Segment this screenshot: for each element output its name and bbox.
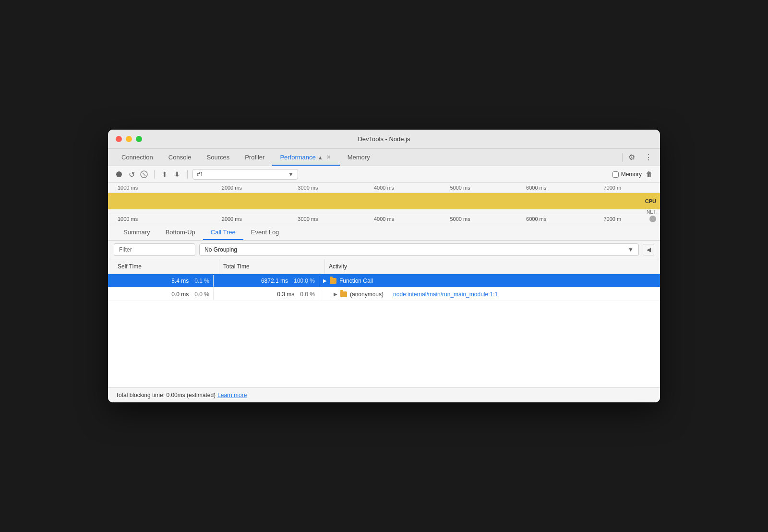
activity-content-2: ▶ (anonymous) node:internal/main/run_mai… bbox=[323, 291, 498, 298]
tab-profiler[interactable]: Profiler bbox=[237, 149, 272, 166]
tick-bot-6000: 6000 ms bbox=[498, 216, 575, 222]
grouping-arrow-icon: ▼ bbox=[628, 246, 634, 253]
tab-summary[interactable]: Summary bbox=[116, 224, 158, 240]
upload-button[interactable]: ⬆ bbox=[159, 169, 170, 180]
filter-bar: No Grouping ▼ ◀ bbox=[108, 241, 660, 259]
tick-1000: 1000 ms bbox=[118, 185, 194, 191]
tick-5000: 5000 ms bbox=[422, 185, 498, 191]
tab-console[interactable]: Console bbox=[161, 149, 199, 166]
timeline-ticks-top: 1000 ms 2000 ms 3000 ms 4000 ms 5000 ms … bbox=[108, 185, 660, 191]
cell-self-time-1: 8.4 ms 0.1 % bbox=[108, 275, 214, 287]
tick-bot-4000: 4000 ms bbox=[346, 216, 422, 222]
activity-name-1: Function Call bbox=[339, 278, 373, 284]
folder-icon-2 bbox=[340, 291, 347, 297]
record-button[interactable] bbox=[114, 169, 124, 180]
net-label: NET bbox=[647, 209, 656, 214]
status-bar: Total blocking time: 0.00ms (estimated) … bbox=[108, 387, 660, 402]
toolbar: ↺ ⬆ ⬇ #1 ▼ Memory 🗑 bbox=[108, 166, 660, 183]
collapse-icon: ◀ bbox=[647, 246, 651, 253]
total-percent-1: 100.0 % bbox=[294, 278, 315, 284]
timeline-ticks-bottom: 1000 ms 2000 ms 3000 ms 4000 ms 5000 ms … bbox=[108, 214, 660, 224]
tab-performance[interactable]: Performance ▲ ✕ bbox=[272, 149, 339, 166]
cell-total-time-2: 0.3 ms 0.0 % bbox=[214, 289, 319, 300]
total-time-value-2: 0.3 ms bbox=[277, 291, 294, 298]
folder-icon-1 bbox=[330, 278, 336, 284]
total-percent-2: 0.0 % bbox=[300, 291, 315, 298]
col-total-time: Total Time bbox=[219, 259, 325, 274]
expand-arrow-1[interactable]: ▶ bbox=[323, 278, 327, 283]
cpu-bar: CPU bbox=[108, 193, 660, 209]
traffic-lights bbox=[116, 136, 142, 142]
toolbar-sep-2 bbox=[187, 170, 188, 179]
col-activity: Activity bbox=[325, 259, 654, 274]
more-options-icon[interactable]: ⋮ bbox=[643, 151, 654, 164]
toolbar-sep-1 bbox=[154, 170, 155, 179]
tab-sources[interactable]: Sources bbox=[199, 149, 237, 166]
tab-connection[interactable]: Connection bbox=[114, 149, 161, 166]
activity-link-2[interactable]: node:internal/main/run_main_module:1:1 bbox=[393, 291, 498, 298]
cpu-label: CPU bbox=[645, 198, 656, 204]
net-bar: NET bbox=[108, 209, 660, 214]
close-button[interactable] bbox=[116, 136, 122, 142]
performance-recording-icon: ▲ bbox=[318, 155, 323, 160]
tick-7000: 7000 m bbox=[574, 185, 650, 191]
session-select[interactable]: #1 ▼ bbox=[192, 169, 298, 180]
tick-bot-5000: 5000 ms bbox=[422, 216, 498, 222]
download-button[interactable]: ⬇ bbox=[172, 169, 182, 180]
bottom-tab-bar: Summary Bottom-Up Call Tree Event Log bbox=[108, 224, 660, 241]
devtools-window: DevTools - Node.js Connection Console So… bbox=[108, 130, 660, 402]
col-self-time: Self Time bbox=[114, 259, 219, 274]
empty-table-area bbox=[108, 301, 660, 387]
grouping-select[interactable]: No Grouping ▼ bbox=[199, 243, 639, 256]
self-percent-1: 0.1 % bbox=[194, 278, 209, 284]
self-time-value-2: 0.0 ms bbox=[171, 291, 189, 298]
trash-button[interactable]: 🗑 bbox=[644, 169, 654, 180]
self-time-value-1: 8.4 ms bbox=[171, 278, 189, 284]
table-header: Self Time Total Time Activity bbox=[108, 259, 660, 274]
cell-activity-1: ▶ Function Call bbox=[319, 275, 660, 287]
maximize-button[interactable] bbox=[136, 136, 142, 142]
status-text: Total blocking time: 0.00ms (estimated) bbox=[116, 392, 216, 399]
memory-checkbox[interactable]: Memory bbox=[612, 171, 642, 178]
titlebar: DevTools - Node.js bbox=[108, 130, 660, 149]
filter-input[interactable] bbox=[114, 243, 195, 256]
tab-bottom-up[interactable]: Bottom-Up bbox=[158, 224, 203, 240]
session-select-arrow: ▼ bbox=[288, 171, 294, 178]
tab-performance-close[interactable]: ✕ bbox=[325, 154, 332, 161]
cell-activity-2: ▶ (anonymous) node:internal/main/run_mai… bbox=[319, 289, 660, 300]
scrollbar-indicator[interactable] bbox=[649, 216, 656, 222]
tick-bot-3000: 3000 ms bbox=[270, 216, 346, 222]
clear-button[interactable] bbox=[139, 169, 149, 180]
table-row[interactable]: 8.4 ms 0.1 % 6872.1 ms 100.0 % ▶ Functio… bbox=[108, 274, 660, 288]
cell-total-time-1: 6872.1 ms 100.0 % bbox=[214, 275, 319, 287]
learn-more-link[interactable]: Learn more bbox=[217, 392, 247, 399]
minimize-button[interactable] bbox=[126, 136, 132, 142]
tab-memory[interactable]: Memory bbox=[340, 149, 378, 166]
tick-bot-7000: 7000 m bbox=[574, 216, 650, 222]
tick-2000: 2000 ms bbox=[194, 185, 270, 191]
tick-3000: 3000 ms bbox=[270, 185, 346, 191]
total-time-value-1: 6872.1 ms bbox=[261, 278, 288, 284]
collapse-panel-button[interactable]: ◀ bbox=[643, 244, 654, 255]
tab-call-tree[interactable]: Call Tree bbox=[203, 224, 243, 240]
self-percent-2: 0.0 % bbox=[194, 291, 209, 298]
table-row[interactable]: 0.0 ms 0.0 % 0.3 ms 0.0 % ▶ (anonymous) … bbox=[108, 288, 660, 301]
tab-bar-divider bbox=[622, 153, 623, 162]
tick-6000: 6000 ms bbox=[498, 185, 575, 191]
call-tree-table: Self Time Total Time Activity 8.4 ms 0.1… bbox=[108, 259, 660, 387]
settings-icon[interactable]: ⚙ bbox=[626, 151, 637, 164]
main-content: 1000 ms 2000 ms 3000 ms 4000 ms 5000 ms … bbox=[108, 183, 660, 402]
expand-arrow-2[interactable]: ▶ bbox=[334, 291, 337, 297]
memory-checkbox-input[interactable] bbox=[612, 171, 619, 178]
tab-event-log[interactable]: Event Log bbox=[243, 224, 287, 240]
reload-button[interactable]: ↺ bbox=[126, 169, 137, 180]
tab-bar-actions: ⚙ ⋮ bbox=[626, 151, 654, 164]
tab-bar: Connection Console Sources Profiler Perf… bbox=[108, 149, 660, 166]
activity-name-2: (anonymous) bbox=[350, 291, 384, 298]
tick-bot-2000: 2000 ms bbox=[194, 216, 270, 222]
tick-4000: 4000 ms bbox=[346, 185, 422, 191]
activity-content-1: ▶ Function Call bbox=[323, 278, 373, 284]
svg-point-0 bbox=[116, 171, 122, 177]
svg-line-2 bbox=[143, 173, 145, 176]
tab-performance-content: Performance ▲ ✕ bbox=[280, 154, 332, 161]
